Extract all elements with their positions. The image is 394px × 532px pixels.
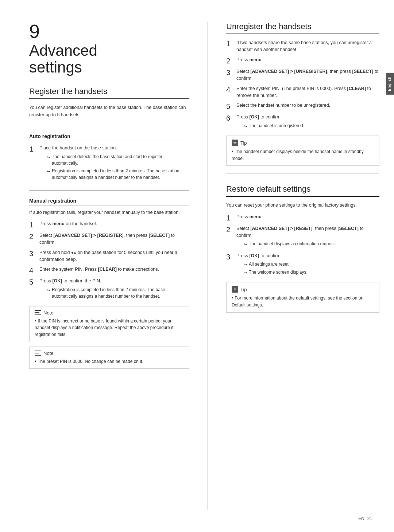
tip-content-unregister: The handset number displays beside the h… — [232, 149, 364, 161]
left-column: 9 Advanced settings Register the handset… — [29, 22, 208, 510]
tip-box-unregister: Tip The handset number displays beside t… — [226, 136, 379, 166]
manual-step-number-4: 4 — [29, 266, 37, 275]
auto-bullet-2-text: Registration is completed in less than 2… — [52, 168, 189, 181]
unregister-step-6-content: Press [OK] to confirm. ↪ The handset is … — [236, 114, 379, 131]
tip-text-unregister: The handset number displays beside the h… — [232, 148, 374, 162]
page-container: English 9 Advanced settings Register the… — [0, 0, 394, 532]
manual-step-number-2: 2 — [29, 232, 37, 241]
restore-steps: 1 Press menu. 2 Select [ADVANCED SET] > … — [226, 214, 379, 278]
note-box-2: Note The preset PIN is 0000. No change c… — [29, 347, 189, 369]
note-box-1: Note If the PIN is incorrect or no base … — [29, 306, 189, 342]
manual-bullet-5-1: ↪ Registration is completed in less than… — [47, 286, 189, 300]
unregister-step-number-3: 3 — [226, 68, 234, 77]
note-label-1: Note — [43, 310, 53, 316]
manual-bullet-5-1-text: Registration is completed in less than 2… — [52, 286, 189, 300]
auto-steps: 1 Place the handset on the base station.… — [29, 145, 189, 183]
restore-section: Restore default settings You can reset y… — [226, 184, 379, 312]
tip-label-restore: Tip — [240, 287, 247, 292]
tip-content-restore: For more information about the default s… — [232, 296, 363, 308]
unregister-step-6: 6 Press [OK] to confirm. ↪ The handset i… — [226, 114, 379, 131]
unregister-step-number-5: 5 — [226, 102, 234, 111]
restore-bullet-3-2-text: The welcome screen displays. — [249, 269, 308, 275]
auto-step-1-bullets: ↪ The handset detects the base station a… — [47, 153, 189, 181]
note-text-1: If the PIN is incorrect or no base is fo… — [35, 318, 184, 338]
restore-step-2-bullets: ↪ The handset displays a confirmation re… — [244, 240, 379, 247]
tip-text-restore: For more information about the default s… — [232, 295, 374, 308]
restore-bullet-3-1-text: All settings are reset. — [249, 261, 290, 267]
arrow-icon-r3-1: ↪ — [244, 262, 247, 268]
note-icon-1 — [35, 310, 41, 315]
restore-intro: You can reset your phone settings to the… — [226, 202, 379, 209]
manual-step-number-1: 1 — [29, 220, 37, 229]
unregister-step-2: 2 Press menu. — [226, 56, 379, 65]
unregister-step-3-content: Select [ADVANCED SET] > [UNREGISTER], th… — [236, 68, 379, 82]
unregister-section-heading: Unregister the handsets — [226, 22, 379, 34]
restore-step-3-content: Press [OK] to confirm. ↪ All settings ar… — [236, 253, 379, 278]
tip-icon-unregister — [232, 140, 238, 146]
register-intro: You can register additional handsets to … — [29, 104, 189, 118]
unregister-step-3: 3 Select [ADVANCED SET] > [UNREGISTER], … — [226, 68, 379, 82]
divider-restore — [226, 173, 379, 173]
arrow-icon-r2-1: ↪ — [244, 241, 247, 247]
manual-step-3-content: Press and hold ●» on the base station fo… — [39, 249, 189, 263]
restore-step-1: 1 Press menu. — [226, 214, 379, 222]
unregister-step-number-4: 4 — [226, 85, 234, 94]
manual-step-5-bullets: ↪ Registration is completed in less than… — [47, 286, 189, 300]
unregister-step-5: 5 Select the handset number to be unregi… — [226, 102, 379, 111]
restore-step-number-1: 1 — [226, 214, 234, 222]
chapter-title-line2: settings — [29, 59, 82, 76]
chapter-title-line1: Advanced — [29, 42, 97, 59]
unregister-bullet-6-1: ↪ The handset is unregistered. — [244, 122, 379, 129]
tip-header-restore: Tip — [232, 286, 374, 293]
restore-step-number-3: 3 — [226, 253, 234, 261]
restore-step-number-2: 2 — [226, 225, 234, 234]
unregister-step-1-content: If two handsets share the same base stat… — [236, 39, 379, 54]
arrow-icon-1: ↪ — [47, 154, 50, 160]
arrow-icon-5-1: ↪ — [47, 287, 50, 293]
unregister-step-1: 1 If two handsets share the same base st… — [226, 39, 379, 54]
auto-bullet-2: ↪ Registration is completed in less than… — [47, 168, 189, 181]
unregister-step-4-content: Enter the system PIN. (The preset PIN is… — [236, 85, 379, 99]
note-label-2: Note — [43, 351, 53, 356]
chapter-heading: 9 Advanced settings — [29, 22, 189, 76]
restore-section-heading: Restore default settings — [226, 184, 379, 197]
manual-step-3: 3 Press and hold ●» on the base station … — [29, 249, 189, 263]
auto-step-1: 1 Place the handset on the base station.… — [29, 145, 189, 183]
note-content-1: If the PIN is incorrect or no base is fo… — [35, 318, 173, 337]
auto-bullet-1: ↪ The handset detects the base station a… — [47, 153, 189, 167]
tip-label-unregister: Tip — [240, 140, 247, 146]
chapter-number: 9 — [29, 22, 189, 41]
note-text-2: The preset PIN is 0000. No change can be… — [35, 358, 184, 365]
restore-bullet-2-1: ↪ The handset displays a confirmation re… — [244, 240, 379, 247]
manual-step-number-3: 3 — [29, 249, 37, 258]
unregister-step-2-content: Press menu. — [236, 56, 379, 63]
page-footer: EN 21 — [358, 516, 372, 521]
note-icon-2 — [35, 351, 41, 356]
unregister-step-number-1: 1 — [226, 39, 234, 48]
auto-step-1-text: Place the handset on the base station. — [39, 145, 117, 150]
manual-intro: If auto registration fails, register you… — [29, 209, 189, 216]
unregister-step-6-bullets: ↪ The handset is unregistered. — [244, 122, 379, 129]
footer-lang: EN — [358, 516, 364, 521]
restore-step-2: 2 Select [ADVANCED SET] > [RESET], then … — [226, 225, 379, 250]
footer-page: 21 — [367, 516, 372, 521]
arrow-icon-6-1: ↪ — [244, 123, 247, 129]
sidebar-label: English — [387, 77, 391, 91]
manual-step-4-content: Enter the system PIN. Press [CLEAR] to m… — [39, 266, 189, 273]
register-section-heading: Register the handsets — [29, 87, 189, 99]
arrow-icon-r3-2: ↪ — [244, 270, 247, 276]
content-area: 9 Advanced settings Register the handset… — [0, 0, 394, 532]
manual-step-1-content: Press menu on the handset. — [39, 220, 189, 227]
manual-step-1: 1 Press menu on the handset. — [29, 220, 189, 229]
note-header-2: Note — [35, 351, 184, 356]
auto-step-1-content: Place the handset on the base station. ↪… — [39, 145, 189, 183]
tip-header-unregister: Tip — [232, 140, 374, 146]
unregister-step-5-content: Select the handset number to be unregist… — [236, 102, 379, 109]
restore-step-2-content: Select [ADVANCED SET] > [RESET], then pr… — [236, 225, 379, 250]
manual-registration-heading: Manual registration — [29, 198, 189, 206]
unregister-steps: 1 If two handsets share the same base st… — [226, 39, 379, 131]
manual-step-number-5: 5 — [29, 278, 37, 286]
manual-step-5: 5 Press [OK] to confirm the PIN. ↪ Regis… — [29, 278, 189, 301]
auto-registration-heading: Auto registration — [29, 133, 189, 141]
unregister-step-number-2: 2 — [226, 56, 234, 65]
